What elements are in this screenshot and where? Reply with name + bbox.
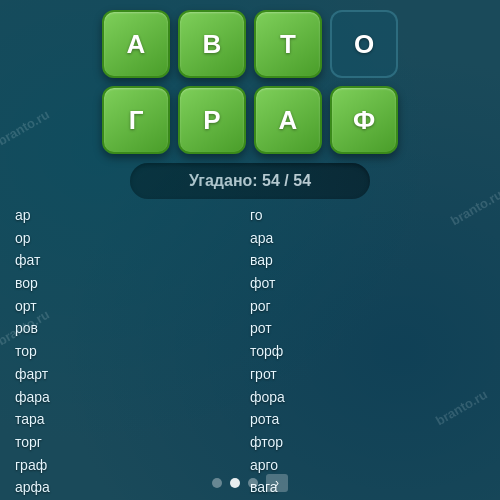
list-item: торф: [250, 341, 485, 363]
words-column-left: арорфатворортровторфартфаратараторгграфа…: [15, 205, 250, 499]
list-item: ар: [15, 205, 250, 227]
list-item: граф: [15, 455, 250, 477]
list-item: ор: [15, 228, 250, 250]
list-item: тара: [15, 409, 250, 431]
list-item: рог: [250, 296, 485, 318]
list-item: фтор: [250, 432, 485, 454]
score-text: Угадано: 54 / 54: [189, 172, 311, 190]
tile-r[interactable]: Р: [178, 86, 246, 154]
tile-t[interactable]: Т: [254, 10, 322, 78]
list-item: фат: [15, 250, 250, 272]
words-column-right: гоараварфотрогротторфгротфораротафторарг…: [250, 205, 485, 499]
top-section: А В Т О Г Р А Ф: [0, 0, 500, 159]
tile-g[interactable]: Г: [102, 86, 170, 154]
pagination: ›: [0, 474, 500, 492]
tile-a[interactable]: А: [102, 10, 170, 78]
tile-f[interactable]: Ф: [330, 86, 398, 154]
list-item: го: [250, 205, 485, 227]
list-item: фара: [15, 387, 250, 409]
next-page-button[interactable]: ›: [266, 474, 288, 492]
letter-row-1: А В Т О: [102, 10, 398, 78]
score-bar: Угадано: 54 / 54: [130, 163, 370, 199]
dot-1[interactable]: [212, 478, 222, 488]
list-item: ров: [15, 318, 250, 340]
list-item: фарт: [15, 364, 250, 386]
list-item: вар: [250, 250, 485, 272]
list-item: рот: [250, 318, 485, 340]
list-item: фот: [250, 273, 485, 295]
list-item: рота: [250, 409, 485, 431]
list-item: ара: [250, 228, 485, 250]
dot-2[interactable]: [230, 478, 240, 488]
tile-o-empty: О: [330, 10, 398, 78]
list-item: орт: [15, 296, 250, 318]
list-item: фора: [250, 387, 485, 409]
dot-3[interactable]: [248, 478, 258, 488]
list-item: вор: [15, 273, 250, 295]
words-section: арорфатворортровторфартфаратараторгграфа…: [0, 199, 500, 500]
list-item: арго: [250, 455, 485, 477]
list-item: торг: [15, 432, 250, 454]
tile-v[interactable]: В: [178, 10, 246, 78]
letter-row-2: Г Р А Ф: [102, 86, 398, 154]
list-item: тор: [15, 341, 250, 363]
list-item: грот: [250, 364, 485, 386]
tile-a2[interactable]: А: [254, 86, 322, 154]
